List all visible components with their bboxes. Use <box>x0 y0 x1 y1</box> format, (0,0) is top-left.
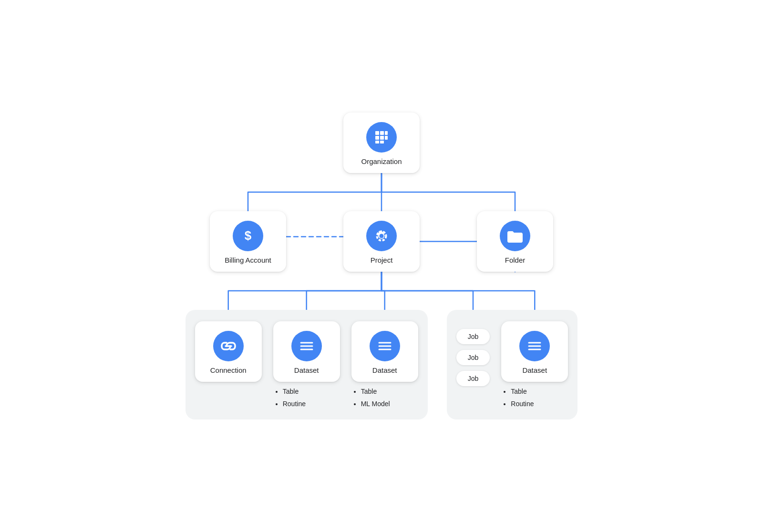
dataset3-label: Dataset <box>522 366 547 374</box>
job-pill-1: Job <box>456 329 490 344</box>
left-group: Connection Dataset Table <box>186 310 428 419</box>
dataset1-col: Dataset Table Routine <box>273 321 340 409</box>
svg-rect-4 <box>385 131 388 135</box>
dataset2-bullets: Table ML Model <box>351 386 390 409</box>
project-icon <box>366 221 397 251</box>
dataset2-label: Dataset <box>372 366 397 374</box>
svg-rect-2 <box>375 131 379 135</box>
organization-node: Organization <box>343 113 420 173</box>
dataset2-bullet-1: Table <box>361 386 390 398</box>
folder-label: Folder <box>505 256 526 264</box>
dataset1-bullet-2: Routine <box>283 398 306 410</box>
dataset1-node: Dataset <box>273 321 340 382</box>
dataset3-icon <box>519 331 550 361</box>
svg-point-14 <box>380 234 384 238</box>
svg-rect-8 <box>375 141 379 143</box>
billing-account-node: $ Billing Account <box>210 211 286 272</box>
diagram-container: Organization $ Billing Account <box>95 93 668 438</box>
dataset3-node: Dataset <box>501 321 568 382</box>
right-group: Job Job Job Dataset Ta <box>447 310 578 419</box>
jobs-col: Job Job Job <box>456 321 490 386</box>
project-node: Project <box>343 211 420 272</box>
connection-icon <box>213 331 244 361</box>
svg-rect-5 <box>375 136 379 140</box>
job-pill-3: Job <box>456 371 490 386</box>
dataset3-bullet-2: Routine <box>511 398 534 410</box>
dataset1-icon <box>291 331 322 361</box>
dataset2-node: Dataset <box>351 321 418 382</box>
svg-rect-7 <box>385 136 388 140</box>
dataset3-bullet-1: Table <box>511 386 534 398</box>
job-pill-2: Job <box>456 350 490 365</box>
dataset1-bullets: Table Routine <box>273 386 306 409</box>
billing-label: Billing Account <box>225 256 271 264</box>
billing-icon: $ <box>233 221 263 251</box>
dataset2-bullet-2: ML Model <box>361 398 390 410</box>
svg-rect-9 <box>380 141 384 143</box>
svg-text:$: $ <box>245 228 252 243</box>
dataset3-col: Dataset Table Routine <box>501 321 568 409</box>
organization-icon <box>366 122 397 153</box>
dataset3-bullets: Table Routine <box>501 386 534 409</box>
connection-col: Connection <box>195 321 262 382</box>
svg-rect-6 <box>380 136 384 140</box>
connection-node: Connection <box>195 321 262 382</box>
dataset1-label: Dataset <box>294 366 319 374</box>
folder-node: Folder <box>477 211 553 272</box>
dataset1-bullet-1: Table <box>283 386 306 398</box>
dataset2-icon <box>370 331 400 361</box>
connection-label: Connection <box>210 366 247 374</box>
organization-label: Organization <box>361 157 402 165</box>
dataset2-col: Dataset Table ML Model <box>351 321 418 409</box>
svg-rect-3 <box>380 131 384 135</box>
project-label: Project <box>371 256 393 264</box>
folder-icon <box>500 221 530 251</box>
